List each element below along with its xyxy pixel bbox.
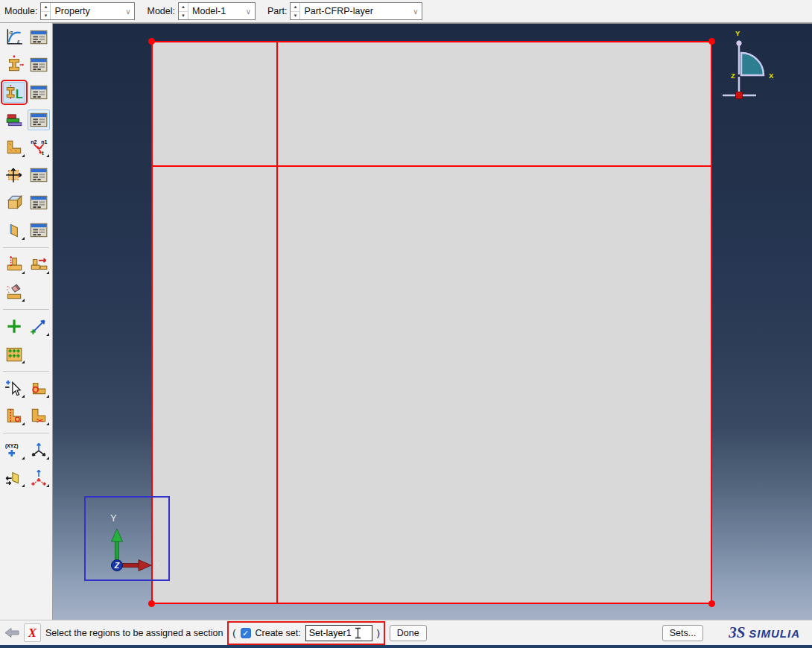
property-toolbox: σ ε bbox=[0, 23, 53, 620]
partition-edge-vertical[interactable] bbox=[276, 42, 278, 603]
create-datum-axis-button[interactable] bbox=[28, 316, 50, 337]
cancel-procedure-button[interactable]: X bbox=[24, 623, 41, 642]
partition-cell-button[interactable]: ✂ bbox=[28, 405, 50, 426]
svg-text:Z: Z bbox=[731, 72, 735, 80]
module-combobox[interactable]: ▲▼ Property ∨ bbox=[40, 2, 135, 20]
origin-triad-box: Y X Z bbox=[84, 496, 170, 581]
create-section-button[interactable] bbox=[3, 54, 25, 75]
module-context-bar: Module: ▲▼ Property ∨ Model: ▲▼ Model-1 … bbox=[0, 0, 812, 23]
manager-window-icon bbox=[29, 193, 48, 212]
sets-button[interactable]: Sets... bbox=[662, 625, 703, 641]
toolbox-separator bbox=[3, 309, 49, 310]
manager-window-icon bbox=[29, 110, 48, 130]
svg-text:Z: Z bbox=[114, 561, 120, 570]
manager-window-icon bbox=[29, 55, 48, 74]
done-button[interactable]: Done bbox=[390, 625, 427, 641]
skin-manager-button[interactable] bbox=[28, 220, 50, 241]
create-profile-button[interactable] bbox=[3, 137, 25, 158]
toolbox-separator bbox=[3, 433, 49, 433]
translate-face-icon bbox=[4, 468, 24, 487]
chevron-down-icon[interactable]: ∨ bbox=[242, 3, 255, 19]
assign-material-orientation-button[interactable]: n2 n1 t bbox=[28, 137, 50, 158]
chevron-down-icon[interactable]: ∨ bbox=[121, 3, 134, 19]
svg-text:n1: n1 bbox=[41, 139, 47, 144]
partition-face-button[interactable] bbox=[3, 405, 25, 426]
spinner-icon[interactable]: ▲▼ bbox=[291, 3, 300, 19]
axes-triad-icon bbox=[29, 440, 48, 460]
abaqus-cae-window: Module: ▲▼ Property ∨ Model: ▲▼ Model-1 … bbox=[0, 0, 812, 648]
assign-stringer-button[interactable] bbox=[28, 254, 50, 275]
assign-section-button[interactable]: L bbox=[3, 82, 25, 103]
datum-csys-icon bbox=[29, 468, 48, 487]
taskbar-edge bbox=[0, 645, 812, 648]
svg-text:Y: Y bbox=[735, 29, 740, 37]
vertex-dot[interactable] bbox=[148, 600, 155, 607]
part-combobox[interactable]: ▲▼ Part-CFRP-layer ∨ bbox=[290, 2, 422, 20]
partition-edge-button[interactable] bbox=[28, 378, 50, 398]
model-combobox[interactable]: ▲▼ Model-1 ∨ bbox=[178, 2, 256, 20]
create-material-button[interactable]: σ ε bbox=[3, 27, 25, 48]
svg-text:Y: Y bbox=[110, 512, 117, 524]
spinner-icon[interactable]: ▲▼ bbox=[179, 3, 188, 19]
edit-face-button[interactable] bbox=[3, 467, 25, 488]
svg-text:X: X bbox=[154, 560, 161, 571]
view-compass-icon[interactable]: Y Z X bbox=[715, 28, 782, 106]
toolbox-separator bbox=[3, 247, 49, 248]
view-axes-button[interactable] bbox=[28, 439, 50, 460]
beam-orientation-icon bbox=[4, 165, 24, 185]
create-composite-layup-button[interactable] bbox=[3, 109, 25, 130]
chevron-down-icon[interactable]: ∨ bbox=[409, 3, 422, 19]
create-set-checkbox-checked-icon[interactable] bbox=[241, 628, 251, 638]
part-cfrp-layer-geometry[interactable] bbox=[151, 41, 712, 604]
spinner-icon[interactable]: ▲▼ bbox=[41, 3, 51, 19]
special-inertia-button[interactable] bbox=[3, 192, 25, 213]
partition-face-icon bbox=[4, 406, 24, 425]
assign-beam-orientation-button[interactable] bbox=[3, 165, 25, 185]
create-datum-point-button[interactable] bbox=[3, 316, 25, 337]
manager-window-icon bbox=[29, 220, 48, 240]
datum-axis-icon bbox=[29, 317, 48, 336]
query-xyz-point-button[interactable]: (XYZ) bbox=[3, 439, 25, 460]
vertex-dot[interactable] bbox=[148, 38, 155, 45]
origin-triad-icon: Y X Z bbox=[86, 498, 168, 579]
svg-text:n2: n2 bbox=[31, 139, 37, 144]
beam-orientation-manager-button[interactable] bbox=[28, 165, 50, 185]
partition-edge-icon bbox=[29, 378, 48, 398]
vertex-dot[interactable] bbox=[708, 600, 715, 607]
previous-prompt-arrow-icon[interactable] bbox=[4, 627, 19, 638]
partition-edge-horizontal[interactable] bbox=[153, 165, 711, 167]
prompt-bar: X Select the regions to be assigned a se… bbox=[0, 620, 812, 645]
set-name-input[interactable] bbox=[305, 625, 372, 641]
create-set-label: Create set: bbox=[256, 628, 301, 638]
edit-feature-button[interactable] bbox=[3, 378, 25, 398]
composite-layup-icon bbox=[4, 110, 24, 130]
vertex-dot[interactable] bbox=[708, 38, 715, 45]
section-assignment-manager-button[interactable] bbox=[28, 82, 50, 103]
assign-section-icon: L bbox=[4, 83, 24, 102]
module-combobox-value: Property bbox=[51, 3, 121, 19]
part-label: Part: bbox=[267, 6, 287, 16]
material-manager-button[interactable] bbox=[28, 27, 50, 48]
paren-open: ( bbox=[232, 628, 235, 638]
l-profile-icon bbox=[4, 138, 24, 157]
ibeam-section-icon bbox=[4, 55, 24, 74]
inertia-manager-button[interactable] bbox=[28, 192, 50, 213]
stress-strain-curve-icon: σ ε bbox=[4, 28, 24, 47]
create-datum-csys-button[interactable] bbox=[28, 467, 50, 488]
svg-text:(XYZ): (XYZ) bbox=[5, 443, 19, 449]
point-grid-icon bbox=[4, 344, 24, 363]
create-stringer-button[interactable] bbox=[3, 254, 25, 275]
delete-feature-button[interactable] bbox=[3, 282, 25, 302]
svg-text:t: t bbox=[42, 150, 44, 156]
section-manager-button[interactable] bbox=[28, 54, 50, 75]
viewport-canvas[interactable]: Y X Z Y Z X bbox=[53, 23, 812, 620]
partition-cell-scissors-icon: ✂ bbox=[29, 406, 48, 425]
3ds-logo-mark: 3S bbox=[729, 623, 745, 642]
simulia-logo-text: SIMULIA bbox=[749, 627, 800, 640]
paren-close: ) bbox=[377, 628, 380, 638]
xyz-point-icon: (XYZ) bbox=[4, 440, 24, 460]
create-skin-button[interactable] bbox=[3, 220, 25, 241]
create-point-grid-button[interactable] bbox=[3, 343, 25, 364]
cube-icon bbox=[4, 193, 24, 212]
composite-layup-manager-button[interactable] bbox=[28, 109, 50, 130]
